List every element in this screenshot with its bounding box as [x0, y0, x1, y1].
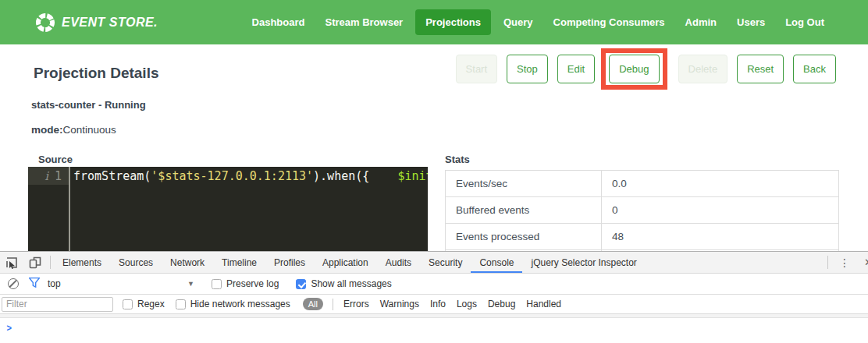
checkbox-unchecked[interactable]: [212, 279, 222, 289]
brand-text: EVENT STORE.: [62, 16, 158, 30]
stat-value: 0: [602, 197, 839, 224]
tabbar-right-controls: ⋮ ✕: [824, 252, 868, 273]
main-content: Projection Details Start Stop Edit Debug…: [0, 44, 868, 251]
page-title: Projection Details: [34, 65, 159, 82]
regex-checkbox[interactable]: Regex: [123, 299, 165, 309]
nav-item-admin[interactable]: Admin: [678, 9, 724, 35]
console-toolbar: top ▼ Preserve log Show all messages: [0, 274, 868, 295]
table-row: Buffered events 0: [446, 197, 839, 224]
tab-network[interactable]: Network: [162, 252, 213, 273]
show-all-messages-checkbox[interactable]: Show all messages: [296, 278, 391, 289]
stat-name: Events processed: [446, 224, 602, 250]
devtools-close-icon[interactable]: ✕: [858, 252, 868, 273]
code-line[interactable]: fromStream('$stats-127.0.0.1:2113').when…: [69, 167, 428, 251]
filter-level-handled[interactable]: Handled: [521, 299, 567, 309]
devtools-panel: Elements Sources Network Timeline Profil…: [0, 251, 868, 343]
checkbox-unchecked[interactable]: [176, 299, 186, 309]
screen: EVENT STORE. Dashboard Stream Browser Pr…: [0, 0, 868, 343]
filter-level-all-badge[interactable]: All: [303, 298, 323, 310]
tabbar-separator: [827, 256, 828, 269]
console-prompt[interactable]: >: [0, 318, 868, 334]
source-section-label: Source: [38, 154, 73, 165]
delete-button[interactable]: Delete: [678, 55, 728, 83]
show-all-messages-label: Show all messages: [311, 278, 391, 289]
projection-mode: mode:Continuous: [31, 124, 116, 136]
checkbox-checked[interactable]: [296, 279, 306, 289]
frame-context-select[interactable]: top ▼: [48, 278, 194, 289]
stat-name: Events/sec: [446, 171, 602, 197]
navbar: EVENT STORE. Dashboard Stream Browser Pr…: [0, 0, 868, 44]
tab-audits[interactable]: Audits: [377, 252, 420, 273]
tab-sources[interactable]: Sources: [110, 252, 162, 273]
nav-item-users[interactable]: Users: [729, 9, 773, 35]
editor-gutter: i 1: [28, 167, 69, 185]
nav-item-query[interactable]: Query: [496, 9, 541, 35]
clear-console-icon[interactable]: [8, 278, 19, 289]
edit-button[interactable]: Edit: [557, 55, 595, 83]
nav-item-stream-browser[interactable]: Stream Browser: [317, 9, 411, 35]
hide-network-messages-label: Hide network messages: [190, 299, 290, 309]
tab-jquery-selector-inspector[interactable]: jQuery Selector Inspector: [522, 252, 645, 273]
filter-level-warnings[interactable]: Warnings: [375, 299, 425, 309]
console-filter-bar: Regex Hide network messages All Errors W…: [0, 295, 868, 314]
tab-timeline[interactable]: Timeline: [213, 252, 265, 273]
stat-value: 48: [602, 224, 839, 250]
console-prompt-chevron-icon: >: [7, 322, 12, 334]
filter-level-debug[interactable]: Debug: [482, 299, 521, 309]
table-row: Events/sec 0.0: [446, 171, 839, 197]
frame-context-value: top: [48, 278, 61, 289]
nav-links: Dashboard Stream Browser Projections Que…: [244, 9, 832, 35]
debug-button[interactable]: Debug: [609, 55, 659, 83]
preserve-log-checkbox[interactable]: Preserve log: [212, 278, 279, 289]
devtools-menu-icon[interactable]: ⋮: [831, 252, 858, 273]
chevron-down-icon: ▼: [187, 280, 194, 288]
nav-item-projections[interactable]: Projections: [415, 9, 491, 35]
eventstore-logo-icon: [35, 12, 55, 33]
hide-network-messages-checkbox[interactable]: Hide network messages: [176, 299, 290, 309]
device-toolbar-icon[interactable]: [23, 252, 47, 273]
stat-value: 0.0: [602, 171, 839, 197]
stop-button[interactable]: Stop: [507, 55, 548, 83]
tabbar-separator: [50, 256, 51, 269]
mode-label: mode:: [31, 124, 63, 136]
stats-table: Events/sec 0.0 Buffered events 0 Events …: [445, 170, 839, 251]
stat-name: Buffered events: [446, 197, 602, 224]
nav-item-competing-consumers[interactable]: Competing Consumers: [546, 9, 673, 35]
mode-value: Continuous: [63, 124, 116, 136]
tab-application[interactable]: Application: [314, 252, 377, 273]
table-row: Events processed 48: [446, 224, 839, 250]
line-number: 1: [55, 168, 62, 185]
tab-security[interactable]: Security: [420, 252, 471, 273]
filter-funnel-icon[interactable]: [29, 278, 40, 290]
back-button[interactable]: Back: [793, 55, 836, 83]
checkbox-unchecked[interactable]: [123, 299, 133, 309]
source-code-editor[interactable]: i 1 fromStream('$stats-127.0.0.1:2113').…: [28, 167, 428, 251]
tab-console[interactable]: Console: [471, 252, 522, 273]
code-variable: $init:: [397, 169, 428, 183]
regex-label: Regex: [137, 299, 165, 309]
code-plain: ).when({: [313, 169, 397, 183]
filter-level-info[interactable]: Info: [425, 299, 451, 309]
devtools-tabbar: Elements Sources Network Timeline Profil…: [0, 252, 868, 274]
debug-highlight-box: Debug: [601, 48, 667, 90]
gutter-info-marker: i: [44, 168, 48, 185]
filter-input[interactable]: [2, 297, 113, 312]
nav-item-logout[interactable]: Log Out: [777, 9, 832, 35]
inspect-element-icon[interactable]: [0, 252, 23, 273]
nav-item-dashboard[interactable]: Dashboard: [244, 9, 313, 35]
projection-status: stats-counter - Running: [31, 99, 146, 111]
tab-elements[interactable]: Elements: [54, 252, 110, 273]
preserve-log-label: Preserve log: [226, 278, 279, 289]
filter-level-logs[interactable]: Logs: [451, 299, 482, 309]
brand[interactable]: EVENT STORE.: [35, 12, 158, 33]
filter-level-separator: [333, 299, 333, 310]
stats-section-label: Stats: [445, 154, 470, 165]
start-button[interactable]: Start: [456, 55, 497, 83]
code-string: '$stats-127.0.0.1:2113': [151, 169, 313, 183]
filter-level-errors[interactable]: Errors: [338, 299, 375, 309]
reset-button[interactable]: Reset: [737, 55, 784, 83]
action-buttons: Start Stop Edit Debug Delete Reset Back: [446, 55, 836, 83]
code-plain: fromStream(: [73, 169, 151, 183]
tab-profiles[interactable]: Profiles: [265, 252, 314, 273]
